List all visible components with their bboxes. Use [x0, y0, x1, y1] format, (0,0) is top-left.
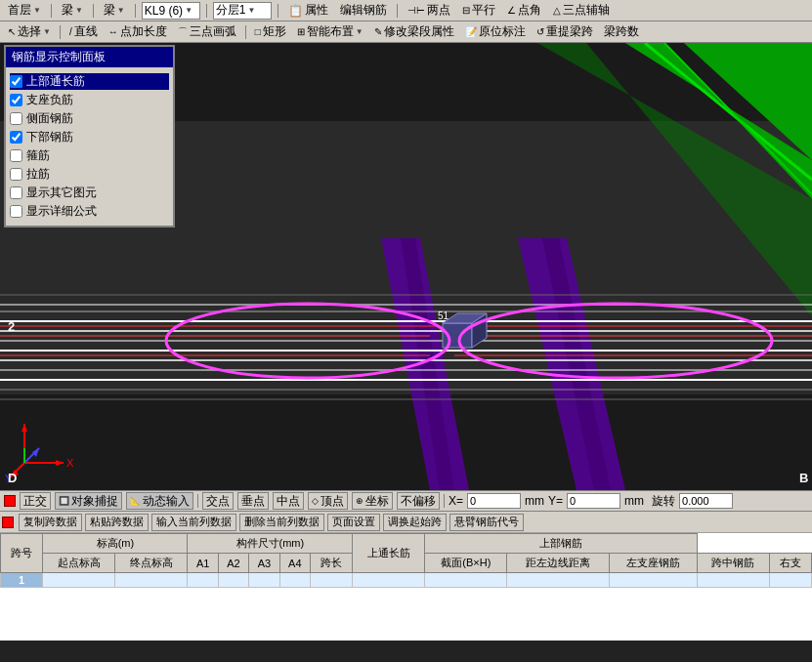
svg-text:D: D [8, 471, 17, 485]
toolbar-item-select[interactable]: ↖ 选择 ▼ [4, 21, 55, 42]
panel-item-3[interactable]: 下部钢筋 [10, 129, 169, 145]
toolbar-item-edit-steel[interactable]: 编辑钢筋 [336, 0, 391, 21]
toolbar-item-beam1[interactable]: 梁 ▼ [58, 0, 87, 21]
th-height: 标高(m) [43, 534, 188, 554]
th-top-long: 上通长筋 [353, 534, 425, 573]
panel-checkbox-1[interactable] [10, 94, 22, 106]
toolbar-item-annotate[interactable]: 📝 原位标注 [461, 21, 530, 42]
panel-checkbox-7[interactable] [10, 205, 22, 218]
panel-item-7[interactable]: 显示详细公式 [10, 203, 169, 220]
th-left-seat: 左支座钢筋 [610, 554, 697, 573]
toolbar-item-arc[interactable]: ⌒ 三点画弧 [174, 21, 240, 42]
y-coord-input[interactable] [567, 493, 620, 509]
toolbar-item-threepoint[interactable]: △ 三点辅轴 [549, 0, 614, 21]
th-right-seat: 右支 [769, 554, 811, 573]
toolbar-separator [245, 25, 246, 39]
cell-a3[interactable] [249, 573, 279, 588]
delete-col-btn[interactable]: 删除当前列数据 [239, 514, 324, 531]
toolbar-item-layer[interactable]: 首层 ▼ [4, 0, 45, 21]
paste-span-btn[interactable]: 粘贴跨数据 [85, 514, 149, 531]
status-vertical[interactable]: 垂点 [237, 492, 269, 510]
panel-item-0[interactable]: 上部通长筋 [10, 73, 169, 90]
cell-start-h[interactable] [43, 573, 115, 588]
panel-checkbox-6[interactable] [10, 186, 22, 199]
cell-mid-steel[interactable] [697, 573, 769, 588]
panel-label-7: 显示详细公式 [26, 203, 97, 220]
status-indicator [4, 495, 16, 507]
toolbar-item-kl9[interactable]: KL9 (6) ▼ [142, 2, 200, 20]
panel-checkbox-0[interactable] [10, 75, 22, 88]
cell-a1[interactable] [188, 573, 218, 588]
th-a2: A2 [218, 554, 248, 573]
cell-section[interactable] [353, 573, 425, 588]
toolbar-separator [93, 4, 94, 18]
toolbar-item-line[interactable]: / 直线 [65, 21, 102, 42]
status-orthogonal[interactable]: 正交 [20, 492, 51, 510]
x-coord-input[interactable] [467, 493, 521, 509]
status-midpoint[interactable]: 中点 [273, 492, 304, 510]
rotate-label: 旋转 [652, 493, 675, 510]
cell-a4[interactable] [279, 573, 310, 588]
status-coord[interactable]: ⊕ 坐标 [352, 492, 393, 510]
cell-span-no[interactable]: 1 [1, 573, 43, 588]
panel-item-2[interactable]: 侧面钢筋 [10, 110, 169, 127]
cell-a2[interactable] [218, 573, 248, 588]
dropdown-arrow: ▼ [33, 6, 41, 15]
cell-end-h[interactable] [115, 573, 188, 588]
toolbar-item-point-length[interactable]: ↔ 点加长度 [105, 21, 171, 42]
dropdown-arrow: ▼ [75, 6, 83, 15]
panel-checkbox-5[interactable] [10, 168, 22, 181]
cell-top-long[interactable] [507, 573, 610, 588]
toolbar-item-angle[interactable]: ∠ 点角 [503, 0, 545, 21]
dropdown-arrow: ▼ [356, 27, 363, 36]
toolbar-item-layer1[interactable]: 分层1 ▼ [213, 2, 272, 20]
y-label: Y= [548, 494, 563, 508]
toolbar-item-smart[interactable]: ⊞ 智能布置 ▼ [293, 21, 367, 42]
toolbar-item-modify-seg[interactable]: ✎ 修改梁段属性 [370, 21, 458, 42]
panel-item-1[interactable]: 支座负筋 [10, 92, 169, 108]
status-no-offset[interactable]: 不偏移 [397, 492, 440, 510]
cell-span-len[interactable] [311, 573, 353, 588]
panel-item-4[interactable]: 箍筋 [10, 147, 169, 164]
status-vertex[interactable]: ◇ 顶点 [308, 492, 348, 510]
swap-span-btn[interactable]: 调换起始跨 [383, 514, 447, 531]
toolbar-item-twopoint[interactable]: ⊣⊢ 两点 [404, 0, 454, 21]
x-unit: mm [525, 494, 544, 508]
actions-bar: 复制跨数据 粘贴跨数据 输入当前列数据 删除当前列数据 页面设置 调换起始跨 悬… [0, 512, 812, 533]
steel-panel-content: 上部通长筋支座负筋侧面钢筋下部钢筋箍筋拉筋显示其它图元显示详细公式 [6, 67, 173, 226]
page-setup-btn[interactable]: 页面设置 [327, 514, 380, 531]
th-mid-steel: 跨中钢筋 [697, 554, 769, 573]
status-dynamic[interactable]: 📐 动态输入 [126, 492, 193, 510]
toolbar-separator [206, 4, 207, 18]
toolbar-separator [51, 4, 52, 18]
toolbar-item-relist[interactable]: ↺ 重提梁跨 [533, 21, 597, 42]
panel-checkbox-2[interactable] [10, 112, 22, 125]
dropdown-arrow: ▼ [247, 6, 255, 15]
toolbar-item-rect[interactable]: □ 矩形 [251, 21, 290, 42]
cell-left-seat[interactable] [610, 573, 697, 588]
th-section: 截面(B×H) [425, 554, 507, 573]
panel-item-5[interactable]: 拉筋 [10, 166, 169, 183]
panel-checkbox-3[interactable] [10, 131, 22, 144]
toolbar-item-span-count[interactable]: 梁跨数 [600, 21, 643, 42]
input-col-btn[interactable]: 输入当前列数据 [151, 514, 236, 531]
status-separator [444, 494, 445, 508]
status-intersection[interactable]: 交点 [202, 492, 234, 510]
toolbar-item-beam2[interactable]: 梁 ▼ [100, 0, 129, 21]
cell-right-seat[interactable] [769, 573, 811, 588]
th-dimensions: 构件尺寸(mm) [188, 534, 353, 554]
close-icon[interactable] [2, 517, 14, 528]
panel-checkbox-4[interactable] [10, 149, 22, 162]
cantilever-code-btn[interactable]: 悬臂钢筋代号 [449, 514, 524, 531]
toolbar-item-property[interactable]: 📋 属性 [284, 0, 332, 21]
panel-label-6: 显示其它图元 [26, 185, 97, 201]
status-snap[interactable]: 🔲 对象捕捉 [55, 492, 122, 510]
toolbar-item-parallel[interactable]: ⊟ 平行 [458, 0, 499, 21]
cell-left-dist[interactable] [425, 573, 507, 588]
th-start-height: 起点标高 [43, 554, 115, 573]
copy-span-btn[interactable]: 复制跨数据 [19, 514, 82, 531]
dropdown-arrow: ▼ [43, 27, 51, 36]
rotate-input[interactable] [679, 493, 733, 509]
panel-item-6[interactable]: 显示其它图元 [10, 185, 169, 201]
toolbar-separator [278, 4, 278, 18]
